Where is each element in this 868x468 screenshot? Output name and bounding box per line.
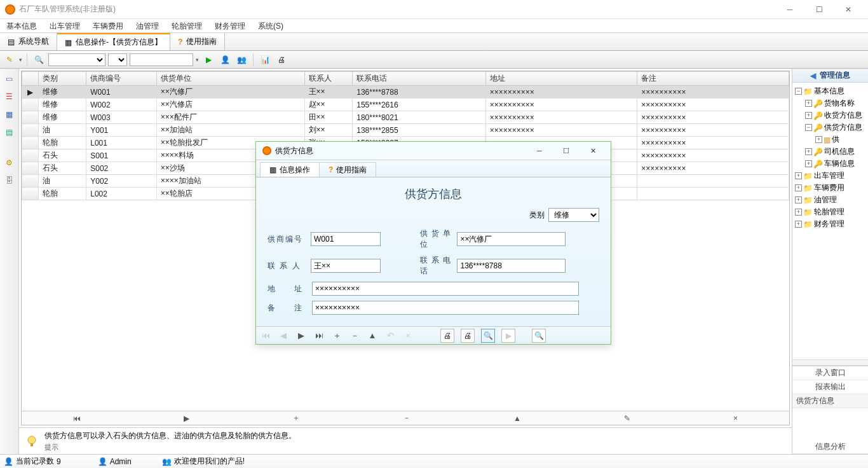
col-header[interactable]: 地址 [485, 72, 637, 86]
table-row[interactable]: 维修W003×××配件厂田××180****8021××××××××××××××… [22, 111, 789, 124]
print-icon[interactable]: 🖨 [440, 329, 454, 343]
dialog-close[interactable]: ✕ [581, 144, 604, 158]
tree-node[interactable]: +📁车辆费用 [795, 182, 865, 194]
menu-item[interactable]: 油管理 [130, 19, 165, 32]
preview-icon[interactable]: 🔍 [481, 329, 495, 343]
edit-button[interactable]: ✎ [3, 53, 17, 67]
add-icon[interactable]: ＋ [331, 330, 342, 341]
cat-select[interactable]: 维修 [548, 208, 599, 222]
minimize-button[interactable]: ─ [775, 0, 804, 19]
col-header[interactable]: 供货单位 [156, 72, 304, 86]
unit-input[interactable] [457, 232, 566, 246]
undo-icon[interactable]: ↶ [384, 331, 396, 340]
col-header[interactable]: 联系电话 [353, 72, 486, 86]
menu-item[interactable]: 轮胎管理 [165, 19, 208, 32]
tree-node[interactable]: +📁油管理 [795, 194, 865, 206]
dialog-tab-info[interactable]: ▦ 信息操作 [260, 162, 320, 177]
filter-1[interactable] [48, 53, 105, 66]
menu-item[interactable]: 车辆费用 [86, 19, 130, 32]
right-panel-header: ◀ 管理信息 [792, 69, 868, 83]
sb-window-icon[interactable]: ▭ [3, 72, 16, 85]
print-button[interactable]: 🖨 [275, 53, 288, 67]
gridnav-btn[interactable]: ▶ [184, 414, 189, 423]
table-row[interactable]: 维修W002××汽修店赵××155****2616×××××××××××××××… [22, 99, 789, 111]
print2-icon[interactable]: 🖨 [461, 329, 475, 343]
code-input[interactable] [311, 232, 381, 246]
gridnav-btn[interactable]: － [403, 413, 410, 423]
footer-report[interactable]: 报表输出 [792, 380, 868, 394]
col-header[interactable]: 类别 [38, 72, 86, 86]
left-sidebar: ▭ ☰ ▦ ▤ ⚙ 🗄 [0, 69, 19, 454]
gridnav-btn[interactable]: × [733, 414, 738, 423]
tree-node[interactable]: +🔑司机信息 [805, 146, 865, 158]
tree-view[interactable]: −📁基本信息+🔑货物名称+🔑收货方信息−🔑供货方信息+▦供+🔑司机信息+🔑车辆信… [792, 83, 868, 359]
last-icon[interactable]: ⏭ [313, 331, 325, 340]
cancel-icon[interactable]: × [402, 331, 414, 340]
search-input[interactable] [130, 53, 193, 66]
table-row[interactable]: 油Y001××加油站刘××138****2855××××××××××××××××… [22, 124, 789, 137]
footer-supplier-info[interactable]: 供货方信息 [792, 394, 868, 408]
edit-icon[interactable]: ▲ [367, 331, 378, 340]
col-header[interactable]: 供商编号 [86, 72, 157, 86]
tree-node[interactable]: +🔑货物名称 [805, 97, 865, 109]
sb-gear-icon[interactable]: ⚙ [3, 156, 16, 169]
tree-node[interactable]: +🔑车辆信息 [805, 158, 865, 170]
search-button[interactable]: 🔍 [32, 53, 46, 67]
note-input[interactable] [312, 301, 579, 315]
menu-item[interactable]: 系统(S) [252, 19, 290, 32]
gridnav-btn[interactable]: ⏮ [73, 414, 81, 423]
tab-system-nav[interactable]: ▤ 系统导航 [0, 33, 57, 50]
next-icon[interactable]: ▶ [295, 331, 307, 340]
maximize-button[interactable]: ☐ [804, 0, 834, 19]
filter-button[interactable]: 👥 [234, 53, 248, 67]
table-row[interactable]: ▶维修W001××汽修厂王××136****8788××××××××××××××… [22, 86, 789, 99]
hint-label: 提示 [44, 443, 296, 452]
tree-node[interactable]: −🔑供货方信息 [805, 121, 865, 134]
back-icon[interactable]: ◀ [810, 71, 816, 80]
close-button[interactable]: ✕ [834, 0, 863, 19]
admin-icon: 👤 [98, 457, 107, 466]
sb-list-icon[interactable]: ☰ [3, 90, 16, 103]
titlebar: 石厂车队管理系统(非注册版) ─ ☐ ✕ [0, 0, 868, 19]
contact-input[interactable] [311, 259, 381, 273]
tree-node[interactable]: +📁出车管理 [795, 170, 865, 182]
doc-icon: ▦ [269, 165, 276, 174]
dialog-titlebar[interactable]: 供货方信息 ─ ☐ ✕ [256, 142, 611, 160]
hint-bar: 供货方信息可以录入石头的供方信息、进油的供方信息及轮胎的供方信息。 提示 [19, 427, 792, 454]
tree-node[interactable]: −📁基本信息 [795, 85, 865, 97]
export-button[interactable]: 📊 [258, 53, 272, 67]
tree-node[interactable]: +▦供 [815, 134, 865, 146]
footer-analysis[interactable]: 信息分析 [792, 440, 868, 454]
phone-input[interactable] [457, 259, 566, 273]
footer-entry-window[interactable]: 录入窗口 [792, 366, 868, 380]
menu-item[interactable]: 财务管理 [208, 19, 252, 32]
grid-navigator[interactable]: ⏮▶＋－▲✎× [22, 411, 789, 425]
gridnav-btn[interactable]: ＋ [292, 413, 300, 423]
menu-item[interactable]: 出车管理 [43, 19, 86, 32]
play-icon[interactable]: ▶ [501, 329, 515, 343]
tree-node[interactable]: +📁财务管理 [795, 218, 865, 230]
addr-input[interactable] [312, 282, 579, 296]
tab-info-op[interactable]: ▦ 信息操作-【供货方信息】 [57, 33, 170, 50]
gridnav-btn[interactable]: ✎ [624, 414, 630, 423]
tab-help[interactable]: ? 使用指南 [170, 33, 225, 50]
tree-node[interactable]: +🔑收货方信息 [805, 109, 865, 121]
sb-db-icon[interactable]: 🗄 [3, 174, 16, 187]
first-icon[interactable]: ⏮ [260, 331, 271, 340]
tree-node[interactable]: +📁轮胎管理 [795, 206, 865, 218]
menu-item[interactable]: 基本信息 [0, 19, 43, 32]
dialog-maximize[interactable]: ☐ [555, 144, 578, 158]
run-button[interactable]: ▶ [201, 53, 215, 67]
search-icon[interactable]: 🔍 [532, 329, 546, 343]
dialog-tab-help[interactable]: ? 使用指南 [319, 162, 376, 177]
col-header[interactable]: 备注 [637, 72, 789, 86]
remove-icon[interactable]: － [349, 330, 360, 341]
find-button[interactable]: 👤 [218, 53, 232, 67]
sb-doc-icon[interactable]: ▦ [3, 108, 16, 121]
col-header[interactable]: 联系人 [304, 72, 353, 86]
dialog-minimize[interactable]: ─ [528, 144, 551, 158]
prev-icon[interactable]: ◀ [278, 331, 289, 340]
sb-sheet-icon[interactable]: ▤ [3, 126, 16, 139]
gridnav-btn[interactable]: ▲ [513, 414, 521, 423]
filter-2[interactable] [108, 53, 127, 66]
